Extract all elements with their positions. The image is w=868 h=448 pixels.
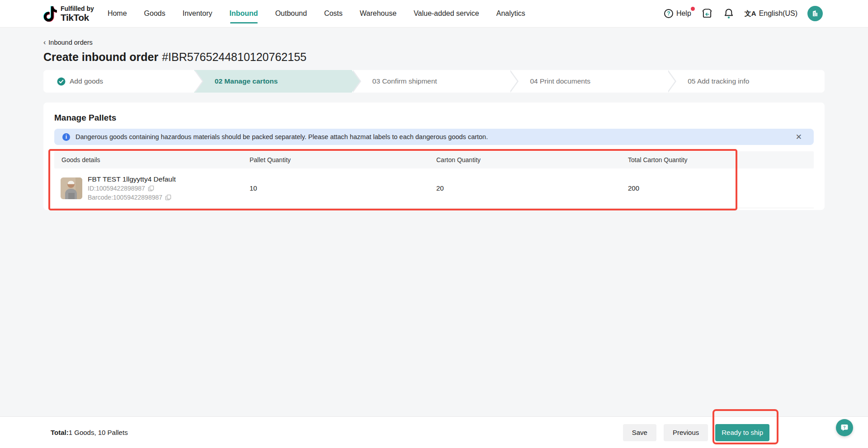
header-goods-details: Goods details [54, 156, 242, 163]
copy-icon [148, 185, 154, 191]
hazmat-notice-banner: i Dangerous goods containing hazardous m… [54, 129, 814, 145]
table-header-row: Goods details Pallet Quantity Carton Qua… [54, 151, 814, 168]
notifications-button[interactable] [723, 8, 735, 19]
product-thumbnail [61, 177, 82, 199]
step-label: 03 Confirm shipment [373, 77, 437, 85]
breadcrumb-back-link[interactable]: ‹ Inbound orders [43, 39, 93, 46]
primary-nav: Home Goods Inventory Inbound Outbound Co… [108, 9, 525, 18]
header-pallet-quantity: Pallet Quantity [242, 156, 429, 163]
goods-barcode: Barcode:10059422898987 [88, 193, 162, 201]
step-label: Add goods [70, 77, 103, 85]
nav-item-costs[interactable]: Costs [324, 9, 343, 18]
previous-button[interactable]: Previous [664, 424, 708, 441]
account-avatar[interactable] [807, 6, 823, 21]
step-manage-cartons[interactable]: 02 Manage cartons [194, 70, 352, 93]
step-print-documents[interactable]: 04 Print documents [509, 70, 667, 93]
copy-id-button[interactable] [148, 185, 154, 191]
nav-item-inbound[interactable]: Inbound [230, 9, 258, 18]
notice-text: Dangerous goods containing hazardous mat… [75, 133, 790, 140]
goods-info: FBT TEST 1llgyytty4 Default ID:100594228… [88, 175, 176, 201]
footer-buttons: Save Previous Ready to ship [623, 424, 769, 441]
goods-details-cell: FBT TEST 1llgyytty4 Default ID:100594228… [54, 175, 242, 201]
language-label: English(US) [759, 9, 797, 18]
logo-name: TikTok [61, 13, 94, 22]
table-row: FBT TEST 1llgyytty4 Default ID:100594228… [54, 168, 814, 208]
chevron-left-icon: ‹ [43, 39, 46, 46]
step-add-tracking-info[interactable]: 05 Add tracking info [667, 70, 825, 93]
help-button[interactable]: ? Help [664, 9, 691, 18]
translate-icon: 文A [745, 9, 756, 18]
copy-barcode-button[interactable] [165, 194, 171, 201]
help-notification-badge [691, 7, 695, 11]
breadcrumb-label: Inbound orders [48, 39, 93, 46]
ready-to-ship-button[interactable]: Ready to ship [715, 424, 769, 441]
nav-item-goods[interactable]: Goods [144, 9, 165, 18]
step-confirm-shipment[interactable]: 03 Confirm shipment [352, 70, 509, 93]
language-selector[interactable]: 文A English(US) [745, 9, 797, 18]
header-total-carton-quantity: Total Carton Quantity [621, 156, 814, 163]
nav-item-outbound[interactable]: Outbound [275, 9, 307, 18]
order-id: #IBR5765244810120762155 [162, 51, 307, 63]
step-add-goods[interactable]: Add goods [43, 70, 194, 93]
page-content: ‹ Inbound orders Create inbound order#IB… [0, 27, 868, 210]
manage-pallets-panel: Manage Pallets i Dangerous goods contain… [43, 103, 825, 210]
nav-item-warehouse[interactable]: Warehouse [360, 9, 396, 18]
goods-name: FBT TEST 1llgyytty4 Default [88, 175, 176, 183]
fbt-logo[interactable]: Fulfilled by TikTok [43, 5, 94, 22]
package-return-icon [701, 8, 713, 19]
carton-quantity-value: 20 [429, 184, 621, 192]
step-label: 04 Print documents [530, 77, 590, 85]
support-chat-button[interactable]: ? [836, 419, 853, 436]
nav-item-inventory[interactable]: Inventory [183, 9, 212, 18]
help-question-icon: ? [664, 9, 673, 18]
goods-id: ID:10059422898987 [88, 184, 145, 192]
company-building-icon [811, 9, 819, 18]
bell-icon [723, 8, 735, 19]
totals-summary: Total:1 Goods, 10 Pallets [51, 429, 128, 436]
nav-item-home[interactable]: Home [108, 9, 127, 18]
topbar-actions: ? Help 文A English(US) [664, 6, 823, 21]
info-icon: i [62, 133, 70, 141]
header-carton-quantity: Carton Quantity [429, 156, 621, 163]
total-value: 1 Goods, 10 Pallets [69, 429, 128, 436]
pallet-quantity-value: 10 [242, 184, 429, 192]
pallets-table: Goods details Pallet Quantity Carton Qua… [54, 151, 814, 208]
top-navigation-bar: Fulfilled by TikTok Home Goods Inventory… [0, 0, 868, 27]
step-label: 05 Add tracking info [688, 77, 749, 85]
save-button[interactable]: Save [623, 424, 656, 441]
tiktok-note-icon [43, 5, 57, 22]
page-title: Create inbound order#IBR5765244810120762… [43, 49, 825, 65]
step-label: 02 Manage cartons [215, 77, 278, 85]
total-carton-quantity-value: 200 [621, 184, 814, 192]
returns-package-button[interactable] [701, 8, 713, 19]
logo-wordmark: Fulfilled by TikTok [61, 5, 94, 22]
page-title-text: Create inbound order [43, 51, 158, 63]
copy-icon [165, 194, 171, 201]
nav-item-value-added-service[interactable]: Value-added service [414, 9, 479, 18]
chat-question-icon: ? [840, 423, 849, 432]
help-label: Help [676, 9, 691, 18]
total-label: Total: [51, 429, 69, 436]
nav-item-analytics[interactable]: Analytics [496, 9, 525, 18]
panel-title: Manage Pallets [54, 112, 814, 123]
svg-text:?: ? [843, 425, 846, 429]
wizard-stepper: Add goods 02 Manage cartons 03 Confirm s… [43, 70, 825, 93]
bottom-action-bar: Total:1 Goods, 10 Pallets Save Previous … [0, 416, 868, 448]
logo-tagline: Fulfilled by [61, 5, 94, 12]
notice-close-icon[interactable]: ✕ [796, 133, 802, 141]
step-completed-check-icon [57, 77, 66, 86]
